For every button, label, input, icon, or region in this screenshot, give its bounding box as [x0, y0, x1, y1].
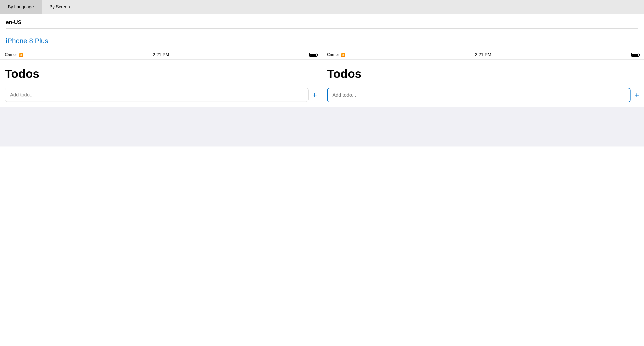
add-button-right[interactable]: + — [634, 91, 639, 99]
status-left-right: Carrier 📶 — [327, 53, 345, 57]
status-left-left: Carrier 📶 — [5, 53, 23, 57]
todo-input-row-right: + — [327, 88, 639, 102]
battery-icon-left — [309, 53, 317, 57]
app-title-right: Todos — [327, 67, 639, 80]
bottom-area-left — [0, 107, 322, 146]
language-section: en-US — [0, 14, 644, 31]
device-section: iPhone 8 Plus — [0, 31, 644, 45]
app-content-left: Todos + — [0, 60, 322, 107]
status-bar-inner-left: Carrier 📶 2:21 PM — [5, 53, 317, 57]
status-bar-inner-right: Carrier 📶 2:21 PM — [327, 53, 639, 57]
todo-input-left[interactable] — [5, 88, 308, 102]
screen-preview-right: Carrier 📶 2:21 PM Todos + — [322, 50, 644, 146]
device-link[interactable]: iPhone 8 Plus — [6, 37, 48, 45]
carrier-label-right: Carrier — [327, 53, 339, 57]
battery-icon-right — [631, 53, 639, 57]
todo-input-row-left: + — [5, 88, 317, 102]
screen-preview-left: Carrier 📶 2:21 PM Todos + — [0, 50, 322, 146]
tab-bar: By Language By Screen — [0, 0, 644, 14]
status-time-left: 2:21 PM — [153, 52, 169, 57]
app-content-right: Todos + — [322, 60, 644, 107]
status-bar-right: Carrier 📶 2:21 PM — [322, 50, 644, 60]
status-bar-left: Carrier 📶 2:21 PM — [0, 50, 322, 60]
language-divider — [6, 29, 638, 29]
bottom-area-right — [322, 107, 644, 146]
tab-by-language[interactable]: By Language — [0, 0, 42, 14]
wifi-icon-left: 📶 — [19, 53, 23, 57]
screens-container: Carrier 📶 2:21 PM Todos + — [0, 50, 644, 146]
status-time-right: 2:21 PM — [475, 52, 491, 57]
wifi-icon-right: 📶 — [341, 53, 345, 57]
tab-by-screen[interactable]: By Screen — [42, 0, 78, 14]
language-label: en-US — [6, 19, 638, 26]
carrier-label-left: Carrier — [5, 53, 17, 57]
todo-input-right[interactable] — [327, 88, 631, 102]
app-title-left: Todos — [5, 67, 317, 80]
add-button-left[interactable]: + — [312, 91, 317, 99]
